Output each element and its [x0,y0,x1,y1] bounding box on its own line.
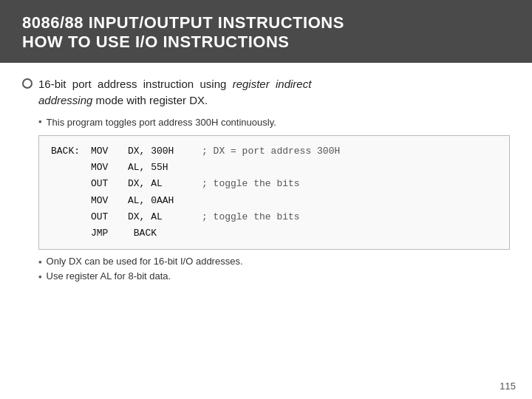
sub-bullet-text: This program toggles port address 300H c… [47,115,276,130]
code-instr-3: OUT [91,176,128,192]
code-block: BACK: MOV DX, 300H ; DX = port address 3… [38,135,510,250]
code-comment-3: ; toggle the bits [202,176,300,192]
code-instr-5: OUT [91,209,128,225]
code-comment-1: ; DX = port address 300H [202,143,340,160]
note-marker-1: ▪ [38,256,42,267]
page-number: 115 [499,381,516,392]
code-line-2: MOV AL, 55H [51,160,497,176]
code-instr-2: MOV [91,160,128,176]
main-bullet: 16-bit port address instruction using re… [22,76,510,109]
bullet-word-instruction: instruction [143,78,194,90]
code-line-6: JMP BACK [51,225,497,242]
header-title-line2: HOW TO USE I/O INSTRUCTIONS [22,33,510,52]
bullet-suffix: mode with register DX. [92,94,208,106]
note-text-2: Use register AL for 8-bit data. [47,270,171,282]
bullet-word-addressing: addressing [38,94,92,106]
bullet-prefix: 16-bit port address [38,78,143,90]
code-operand-2: AL, 55H [128,160,202,176]
code-instr-4: MOV [91,193,128,209]
bullet-text: 16-bit port address instruction using re… [38,76,311,109]
bullet-word-register: register [233,78,270,90]
note-item-2: ▪ Use register AL for 8-bit data. [38,270,510,282]
code-label-1: BACK: [51,143,91,160]
note-marker-2: ▪ [38,271,42,282]
code-line-1: BACK: MOV DX, 300H ; DX = port address 3… [51,143,497,160]
code-operand-4: AL, 0AAH [128,193,202,209]
code-label-2 [51,160,91,176]
code-label-6 [51,225,91,242]
note-item-1: ▪ Only DX can be used for 16-bit I/O add… [38,256,510,267]
code-operand-1: DX, 300H [128,143,202,160]
code-line-3: OUT DX, AL ; toggle the bits [51,176,497,192]
note-text-1: Only DX can be used for 16-bit I/O addre… [47,256,243,267]
code-line-4: MOV AL, 0AAH [51,193,497,209]
code-operand-6: BACK [128,225,202,242]
notes-section: ▪ Only DX can be used for 16-bit I/O add… [38,256,510,282]
bullet-word-indirect: indirect [270,78,312,90]
sub-bullet-note: ▪ This program toggles port address 300H… [38,115,510,130]
slide-header: 8086/88 INPUT/OUTPUT INSTRUCTIONS HOW TO… [0,0,532,63]
code-label-3 [51,176,91,192]
sub-bullet-marker: ▪ [38,116,42,127]
code-instr-6: JMP [91,225,128,242]
code-line-5: OUT DX, AL ; toggle the bits [51,209,497,225]
slide-content: 16-bit port address instruction using re… [0,63,532,293]
bullet-icon [22,78,33,89]
header-title-line1: 8086/88 INPUT/OUTPUT INSTRUCTIONS [22,13,510,33]
code-comment-5: ; toggle the bits [202,209,300,225]
code-operand-5: DX, AL [128,209,202,225]
bullet-middle: using [194,78,233,90]
code-label-4 [51,193,91,209]
code-instr-1: MOV [91,143,128,160]
code-label-5 [51,209,91,225]
code-operand-3: DX, AL [128,176,202,192]
